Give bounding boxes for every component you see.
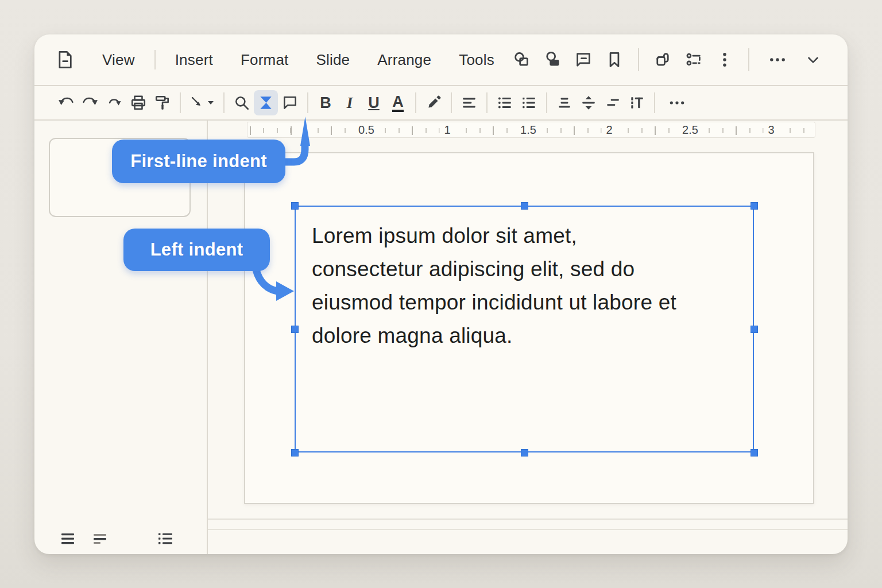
bookmark-icon[interactable] <box>601 47 628 73</box>
indent-lines-icon[interactable] <box>552 90 577 115</box>
menu-insert[interactable]: Insert <box>161 45 227 75</box>
first-line-indent-icon[interactable] <box>254 90 278 115</box>
align-left-icon[interactable] <box>457 90 481 115</box>
callout-first-line-indent: First-line indent <box>112 140 285 183</box>
toolbar-divider <box>415 92 416 113</box>
toolbar-divider <box>451 92 452 113</box>
redo-alt-icon[interactable] <box>102 90 126 115</box>
redo-icon[interactable] <box>78 90 102 115</box>
bulleted-list-icon[interactable] <box>517 90 541 115</box>
kebab-menu-icon[interactable] <box>711 47 738 73</box>
filmstrip-view-icon[interactable] <box>84 527 116 550</box>
handle-middle-right[interactable] <box>751 326 758 333</box>
toolbar-divider <box>486 92 488 113</box>
text-line: Lorem ipsum dolor sit amet, <box>312 219 737 253</box>
fill-pen-icon[interactable] <box>421 90 446 115</box>
text-box-content[interactable]: Lorem ipsum dolor sit amet, consectetur … <box>312 219 737 353</box>
shapes-lock-icon[interactable] <box>539 47 566 73</box>
menu-divider <box>748 48 749 71</box>
ruler-label: 1 <box>439 123 455 137</box>
ruler-label: 0.5 <box>354 123 379 137</box>
undo-icon[interactable] <box>54 90 78 115</box>
shapes-icon[interactable] <box>508 47 535 73</box>
menu-divider <box>638 48 639 71</box>
menu-right-icons <box>508 47 826 73</box>
line-spacing-icon[interactable] <box>577 90 601 115</box>
select-arrow-icon[interactable] <box>186 90 218 115</box>
handle-bottom-right[interactable] <box>751 449 758 457</box>
toolbar-divider <box>223 92 225 113</box>
notes-divider[interactable] <box>208 519 848 520</box>
chevron-down-icon[interactable] <box>800 47 826 73</box>
comment-icon[interactable] <box>570 47 597 73</box>
italic-button[interactable]: I <box>338 90 362 115</box>
ruler[interactable]: 0.5 1 1.5 2 2.5 3 <box>247 122 815 138</box>
panel-divider <box>207 121 208 554</box>
notes-divider-line <box>208 529 848 530</box>
ruler-label: 3 <box>763 123 779 137</box>
offset-lines-icon[interactable] <box>601 90 625 115</box>
text-color-button[interactable]: A <box>386 90 410 115</box>
app-window: View Insert Format Slide Arrange Tools <box>34 34 848 554</box>
ruler-label: 2.5 <box>678 123 703 137</box>
more-ellipsis-icon[interactable] <box>764 47 791 73</box>
text-line: consectetur adipiscing elit, sed do <box>312 253 737 286</box>
handle-top-right[interactable] <box>751 202 758 210</box>
handle-top-middle[interactable] <box>521 202 528 210</box>
menu-items: View Insert Format Slide Arrange Tools <box>88 45 508 75</box>
text-rotate-icon[interactable] <box>625 90 649 115</box>
text-line: dolore magna aliqua. <box>312 319 737 353</box>
menu-format[interactable]: Format <box>227 45 303 75</box>
more-ellipsis-icon[interactable] <box>665 90 689 115</box>
grid-view-icon[interactable] <box>52 527 84 550</box>
ruler-label: 1.5 <box>516 123 541 137</box>
handle-bottom-left[interactable] <box>291 449 299 457</box>
underline-button[interactable]: U <box>362 90 386 115</box>
menu-divider <box>154 50 156 69</box>
toolbar: B I U A <box>34 86 848 121</box>
toolbar-divider <box>180 92 181 113</box>
toolbar-divider <box>307 92 308 113</box>
menu-arrange[interactable]: Arrange <box>363 45 445 75</box>
text-line: eiusmod tempor incididunt ut labore et <box>312 286 737 319</box>
pan-tool-icon[interactable] <box>649 47 676 73</box>
checklist-icon[interactable] <box>680 47 707 73</box>
callout-label: Left indent <box>150 239 243 260</box>
menu-view[interactable]: View <box>88 45 149 75</box>
toolbar-divider <box>546 92 547 113</box>
zoom-icon[interactable] <box>230 90 254 115</box>
menu-slide[interactable]: Slide <box>302 45 363 75</box>
bold-button[interactable]: B <box>314 90 338 115</box>
text-color-glyph: A <box>392 94 404 112</box>
menu-tools[interactable]: Tools <box>445 45 508 75</box>
list-view-icon[interactable] <box>149 527 181 550</box>
comment-icon[interactable] <box>278 90 302 115</box>
menu-bar: View Insert Format Slide Arrange Tools <box>34 34 848 86</box>
handle-bottom-middle[interactable] <box>521 449 528 457</box>
print-icon[interactable] <box>126 90 150 115</box>
view-mode-switcher <box>52 527 181 550</box>
toolbar-divider <box>654 92 655 113</box>
handle-middle-left[interactable] <box>291 326 299 333</box>
ruler-label: 2 <box>601 123 617 137</box>
document-icon[interactable] <box>56 47 74 73</box>
callout-label: First-line indent <box>130 151 267 172</box>
numbered-list-icon[interactable] <box>493 90 517 115</box>
handle-top-left[interactable] <box>291 202 299 210</box>
paint-roller-icon[interactable] <box>150 90 175 115</box>
callout-left-indent: Left indent <box>123 229 270 271</box>
